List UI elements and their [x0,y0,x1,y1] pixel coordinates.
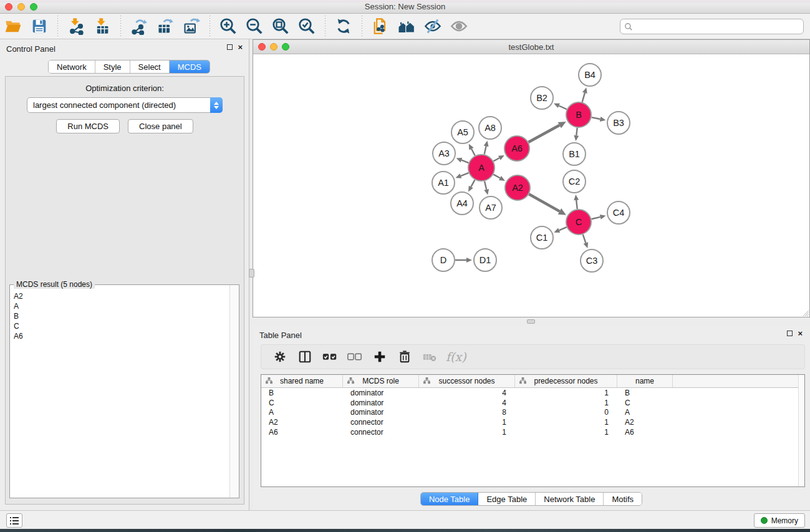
graph-edge-A2-C[interactable] [529,194,559,211]
table-cell[interactable]: 8 [419,408,515,417]
tab-node-table[interactable]: Node Table [421,493,479,505]
table-cell[interactable]: connector [343,418,419,427]
table-cell[interactable]: B [261,389,343,397]
graph-edge-C-C2[interactable] [576,200,577,209]
table-cell[interactable]: 1 [515,428,617,437]
table-scrollbar[interactable] [798,375,804,486]
delete-table-icon[interactable] [422,349,438,365]
table-cell[interactable]: dominator [343,408,419,417]
graph-edge-A-A4[interactable] [471,180,475,186]
search-input[interactable] [633,22,803,31]
network-canvas[interactable]: AA1A2A3A4A5A6A7A8BB1B2B3B4CC1C2C3C4DD1 [254,54,809,316]
refresh-icon[interactable] [334,17,353,36]
save-session-icon[interactable] [30,17,49,36]
home-icon[interactable] [397,17,416,36]
table-row[interactable]: Bdominator41B [261,388,798,398]
select-all-columns-icon[interactable] [322,349,338,365]
table-cell[interactable]: 0 [515,408,617,417]
result-scrollbar[interactable] [229,285,239,498]
table-cell[interactable]: dominator [343,389,419,397]
column-header-shared-name[interactable]: shared name [261,375,343,387]
add-column-icon[interactable] [372,349,388,365]
zoom-in-icon[interactable] [219,17,238,36]
table-cell[interactable]: A6 [617,428,673,437]
delete-column-icon[interactable] [397,349,413,365]
graph-edge-A-A5[interactable] [471,149,475,156]
table-cell[interactable]: A2 [261,418,343,427]
column-header-name[interactable]: name [617,375,673,387]
graph-edge-C-C1[interactable] [559,227,567,230]
graph-edge-A-A3[interactable] [461,160,468,163]
table-cell[interactable]: C [261,399,343,407]
table-cell[interactable]: 4 [419,399,515,407]
tab-style[interactable]: Style [95,60,130,73]
table-cell[interactable]: 1 [515,418,617,427]
graph-edge-B-B2[interactable] [559,105,567,109]
float-panel-icon[interactable] [227,44,233,50]
table-cell[interactable]: 1 [515,399,617,407]
tab-mcds[interactable]: MCDS [170,60,210,73]
hide-graphics-details-icon[interactable] [423,17,442,36]
zoom-out-icon[interactable] [245,17,264,36]
table-cell[interactable]: A [617,408,673,417]
import-table-icon[interactable] [93,17,112,36]
run-mcds-button[interactable]: Run MCDS [56,119,120,133]
table-cell[interactable]: 1 [515,389,617,397]
task-history-button[interactable] [6,513,22,528]
show-graphics-details-icon[interactable] [450,17,468,36]
tab-edge-table[interactable]: Edge Table [478,493,536,505]
table-close-panel-icon[interactable]: × [798,330,803,337]
open-file-icon[interactable] [4,17,22,36]
tab-network-table[interactable]: Network Table [536,493,604,505]
graph-edge-A-A6[interactable] [493,158,499,161]
tab-network[interactable]: Network [49,60,95,73]
table-cell[interactable]: connector [343,428,419,437]
graph-edge-A-A2[interactable] [493,175,500,178]
table-row[interactable]: Adominator80A [261,407,798,417]
table-cell[interactable]: dominator [343,399,419,407]
zoom-fit-icon[interactable] [271,17,290,36]
graph-edge-A6-B[interactable] [528,125,559,142]
deselect-all-columns-icon[interactable] [347,349,363,365]
table-row[interactable]: Cdominator41C [261,398,798,408]
search-box[interactable] [620,19,804,34]
import-network-icon[interactable] [67,17,85,36]
function-builder-icon[interactable]: f(x) [446,350,466,364]
table-cell[interactable]: A6 [261,428,343,437]
graph-edge-A-A8[interactable] [485,146,486,154]
result-list-item[interactable]: A2 [14,291,229,301]
tab-select[interactable]: Select [130,60,170,73]
graph-edge-B-B1[interactable] [576,128,577,135]
graph-edge-B-B3[interactable] [592,117,600,119]
column-header-predecessor-nodes[interactable]: predecessor nodes [515,375,617,387]
column-header-MCDS-role[interactable]: MCDS role [343,375,419,387]
splitter-handle-vertical[interactable] [249,269,254,278]
graph-edge-C-C4[interactable] [591,217,600,219]
table-float-panel-icon[interactable] [787,331,793,336]
graph-edge-B-B4[interactable] [582,93,585,102]
column-header-successor-nodes[interactable]: successor nodes [419,375,515,387]
table-cell[interactable]: 1 [419,418,515,427]
mcds-result-list[interactable]: A2ABCA6 [10,288,229,498]
memory-button[interactable]: Memory [754,513,805,528]
result-list-item[interactable]: A6 [14,331,229,341]
splitter-handle-horizontal[interactable] [527,319,535,324]
zoom-selected-icon[interactable] [297,17,316,36]
close-panel-button[interactable]: Close panel [128,119,193,133]
criterion-dropdown[interactable]: largest connected component (directed) [27,97,223,113]
result-list-item[interactable]: C [14,321,229,331]
export-network-icon[interactable] [130,17,148,36]
tab-motifs[interactable]: Motifs [604,493,642,505]
table-options-icon[interactable] [272,349,288,365]
export-image-icon[interactable] [182,17,201,36]
resize-grip-icon[interactable] [801,308,809,316]
table-cell[interactable]: A2 [617,418,673,427]
table-cell[interactable]: C [617,399,673,407]
export-table-icon[interactable] [156,17,175,36]
table-cell[interactable]: 1 [419,428,515,437]
table-cell[interactable]: A [261,408,343,417]
graph-edge-A-A1[interactable] [461,173,469,176]
result-list-item[interactable]: B [14,311,229,321]
graph-edge-C-C3[interactable] [583,235,586,243]
column-browser-icon[interactable] [297,349,313,365]
